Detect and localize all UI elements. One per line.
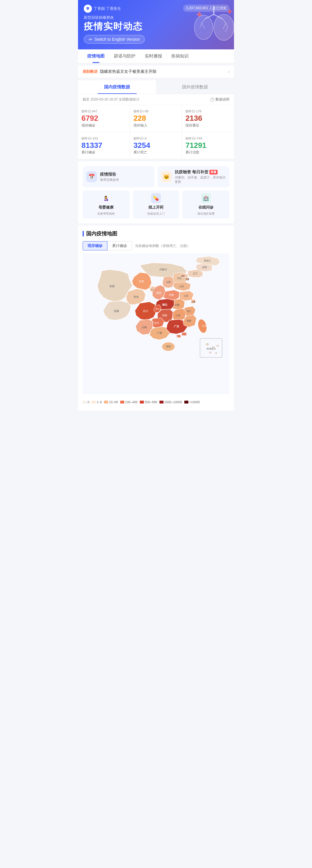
data-explain-label: 数据说明 bbox=[216, 97, 229, 102]
stat-label-current-confirmed: 现存确诊 bbox=[82, 123, 126, 128]
service-card-consultation[interactable]: 🏥 在线问诊 湖北地区免费 bbox=[182, 190, 229, 219]
stat-cell-current-confirmed: 较昨日-647 6792 现存确诊 bbox=[78, 105, 130, 132]
legend-label-1000-10000: 1000–10000 bbox=[164, 400, 182, 404]
service-card-report[interactable]: 📅 疫情报告 每周五晚发布 bbox=[83, 166, 155, 187]
stat-diff-imported: 较昨日+39 bbox=[133, 109, 178, 114]
china-map-svg: 新疆 西藏 青海 甘肃 内蒙古 宁夏 陕西 山西 河北 bbox=[83, 253, 229, 394]
service-title-maternal: 母婴健康 bbox=[98, 205, 114, 210]
service-desc-medicine: 快递送货上门 bbox=[147, 212, 165, 216]
china-map-container: 新疆 西藏 青海 甘肃 内蒙古 宁夏 陕西 山西 河北 bbox=[83, 253, 229, 395]
label-anhui: 安徽 bbox=[175, 304, 179, 306]
nav-item-map[interactable]: 疫情地图 bbox=[83, 50, 109, 63]
stat-cell-total-confirmed: 较昨日+101 81337 累计确诊 bbox=[78, 132, 130, 159]
map-legend: 0 1–9 10–99 100–499 500–999 1000–10000 >… bbox=[83, 398, 229, 406]
nav-item-disease[interactable]: 疾病知识 bbox=[167, 50, 193, 63]
service-info-supply: 抗疫物资 每日补货 限量 消毒剂、洗手液、温度计，库存每日更新 bbox=[175, 169, 226, 184]
svg-point-12 bbox=[197, 13, 201, 16]
label-jiangsu: 江苏 bbox=[184, 295, 188, 298]
title-bar-decoration bbox=[83, 231, 84, 237]
filter-current-confirmed[interactable]: 现存确诊 bbox=[83, 241, 107, 250]
map-filter-description: 当前确诊病例数（排除死亡、治愈） bbox=[135, 244, 190, 248]
legend-label-500-999: 500–999 bbox=[145, 400, 157, 404]
svg-point-23 bbox=[206, 343, 209, 345]
service-desc-maternal: 在家孕育指南 bbox=[97, 212, 115, 216]
label-fujian: 福建 bbox=[187, 319, 191, 322]
service-card-medicine[interactable]: 💊 线上开药 快递送货上门 bbox=[133, 190, 180, 219]
news-banner[interactable]: 深刻教训 隐瞒发热返京女子被美雇主开除 › bbox=[78, 66, 234, 78]
stat-diff-severe: 较昨日-178 bbox=[185, 109, 230, 114]
nav-item-realtime[interactable]: 实时播报 bbox=[140, 50, 167, 63]
service-title-consultation: 在线问诊 bbox=[198, 205, 214, 210]
stat-label-total-confirmed: 累计确诊 bbox=[82, 150, 126, 155]
legend-item-gt10000: >10000 bbox=[184, 400, 200, 404]
label-tibet: 西藏 bbox=[114, 310, 119, 313]
label-sichuan: 四川 bbox=[143, 310, 148, 313]
map-filter-tabs: 现存确诊 累计确诊 当前确诊病例数（排除死亡、治愈） bbox=[83, 241, 229, 250]
label-south-sea-islands: 南海诸岛 bbox=[207, 348, 216, 350]
service-icon-report: 📅 bbox=[86, 171, 97, 182]
label-guizhou: 贵州 bbox=[154, 322, 159, 324]
svg-point-25 bbox=[209, 352, 212, 353]
label-liaoning: 辽宁 bbox=[193, 273, 197, 275]
stat-number-current-confirmed: 6792 bbox=[82, 114, 126, 122]
nav-item-rumor[interactable]: 辟谣与防护 bbox=[109, 50, 140, 63]
brand-name: 丁香园·丁香医生 bbox=[94, 6, 121, 11]
data-tabs: 国内疫情数据 国外疫情数据 bbox=[78, 80, 234, 94]
label-shandong: 山东 bbox=[179, 285, 184, 288]
legend-item-10-99: 10–99 bbox=[104, 400, 118, 404]
legend-item-1000-10000: 1000–10000 bbox=[159, 400, 182, 404]
stat-diff-total-recovered: 较昨日+744 bbox=[185, 136, 230, 141]
news-text: 隐瞒发热返京女子被美雇主开除 bbox=[100, 69, 226, 74]
switch-btn-label: Switch to English Version bbox=[94, 37, 140, 41]
label-hongkong: 香港 bbox=[182, 333, 186, 336]
filter-total-confirmed[interactable]: 累计确诊 bbox=[107, 241, 132, 250]
service-desc-supply: 消毒剂、洗手液、温度计，库存每日更新 bbox=[175, 175, 226, 184]
label-taiwan: 台湾 bbox=[202, 325, 207, 327]
legend-color-500-999 bbox=[140, 401, 144, 404]
stat-label-imported: 境外输入 bbox=[133, 123, 178, 128]
label-jiangxi: 江西 bbox=[176, 315, 180, 317]
service-icon-maternal: 🤱 bbox=[101, 193, 111, 203]
service-section: 📅 疫情报告 每周五晚发布 🐱 抗疫物资 每日补货 限量 消毒剂、洗手液、温度计… bbox=[78, 161, 234, 223]
map-section: 国内疫情地图 现存确诊 累计确诊 当前确诊病例数（排除死亡、治愈） 新疆 西藏 … bbox=[78, 226, 234, 411]
stat-number-total-confirmed: 81337 bbox=[82, 141, 126, 150]
svg-point-26 bbox=[215, 352, 217, 354]
service-desc-report: 每周五晚发布 bbox=[100, 178, 151, 182]
label-xinjiang: 新疆 bbox=[110, 285, 115, 288]
tab-domestic[interactable]: 国内疫情数据 bbox=[78, 80, 156, 94]
label-guangdong: 广东 bbox=[174, 325, 179, 328]
service-title-medicine: 线上开药 bbox=[149, 205, 163, 210]
label-chongqing: 重庆 bbox=[155, 308, 159, 310]
stat-number-severe: 2136 bbox=[185, 114, 230, 122]
service-icon-consultation: 🏥 bbox=[201, 193, 211, 203]
label-heilongjiang: 黑龙江 bbox=[204, 260, 211, 262]
data-explain[interactable]: ? 数据说明 bbox=[210, 97, 229, 102]
legend-label-1-9: 1–9 bbox=[96, 400, 102, 404]
tab-overseas[interactable]: 国外疫情数据 bbox=[156, 80, 234, 94]
data-meta: 截至 2020-03-20 16:37 全国数据统计 ? 数据说明 bbox=[78, 94, 234, 105]
label-hubei: 湖北 bbox=[162, 303, 167, 306]
service-card-supply[interactable]: 🐱 抗疫物资 每日补货 限量 消毒剂、洗手液、温度计，库存每日更新 bbox=[157, 166, 229, 187]
service-grid-top: 📅 疫情报告 每周五晚发布 🐱 抗疫物资 每日补货 限量 消毒剂、洗手液、温度计… bbox=[83, 166, 229, 187]
brand-logo bbox=[84, 5, 92, 13]
news-tag: 深刻教训 bbox=[83, 69, 98, 74]
stat-cell-total-deaths: 较昨日+4 3254 累计死亡 bbox=[130, 132, 182, 159]
label-yunnan: 云南 bbox=[142, 326, 147, 329]
service-info-report: 疫情报告 每周五晚发布 bbox=[100, 172, 151, 182]
stat-cell-total-recovered: 较昨日+744 71291 累计治愈 bbox=[182, 132, 234, 159]
label-beijing: 北京 bbox=[181, 275, 185, 278]
stat-number-total-deaths: 3254 bbox=[133, 141, 178, 150]
legend-label-gt10000: >10000 bbox=[189, 400, 200, 404]
stat-cell-imported: 较昨日+39 228 境外输入 bbox=[130, 105, 182, 132]
stat-diff-current-confirmed: 较昨日-647 bbox=[82, 109, 126, 114]
label-shanghai: 上海 bbox=[191, 301, 195, 303]
stat-diff-total-deaths: 较昨日+4 bbox=[133, 136, 178, 141]
service-title-report: 疫情报告 bbox=[100, 172, 151, 177]
stat-label-total-recovered: 累计治愈 bbox=[185, 150, 230, 155]
label-hunan: 湖南 bbox=[162, 314, 167, 317]
switch-language-button[interactable]: ⇌ Switch to English Version bbox=[84, 35, 145, 43]
data-timestamp: 截至 2020-03-20 16:37 全国数据统计 bbox=[83, 97, 139, 102]
service-card-maternal[interactable]: 🤱 母婴健康 在家孕育指南 bbox=[83, 190, 130, 219]
legend-color-10-99 bbox=[104, 401, 108, 404]
legend-item-1-9: 1–9 bbox=[92, 400, 102, 404]
